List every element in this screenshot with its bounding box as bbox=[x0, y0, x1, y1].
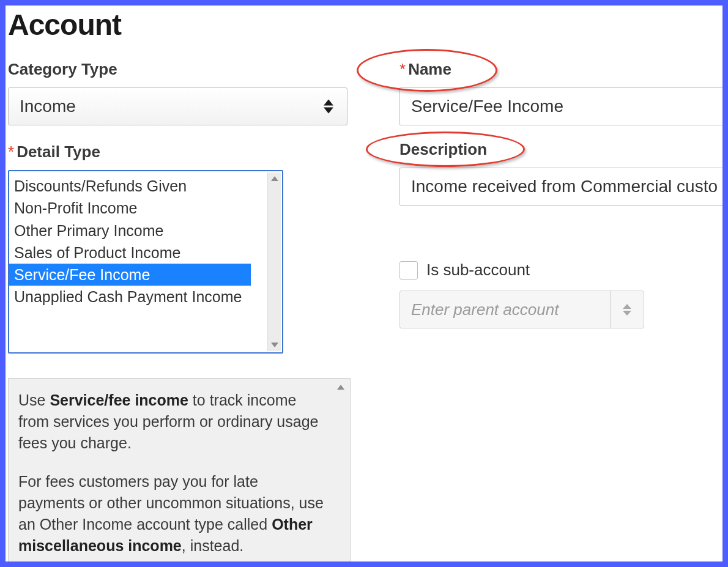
page-title: Account bbox=[8, 8, 722, 42]
parent-account-select[interactable]: Enter parent account bbox=[399, 291, 644, 328]
name-label: *Name bbox=[399, 60, 451, 79]
detail-type-label: *Detail Type bbox=[8, 143, 100, 161]
parent-account-placeholder: Enter parent account bbox=[400, 300, 559, 319]
is-subaccount-checkbox[interactable] bbox=[399, 261, 418, 280]
detail-type-option[interactable]: Non-Profit Income bbox=[9, 197, 266, 219]
dropdown-caret-icon bbox=[324, 100, 333, 114]
description-label: Description bbox=[399, 140, 487, 159]
scroll-up-icon bbox=[337, 385, 344, 390]
detail-type-option[interactable]: Discounts/Refunds Given bbox=[9, 175, 266, 197]
detail-type-help-panel: Use Service/fee income to track income f… bbox=[8, 378, 351, 567]
detail-type-option[interactable]: Other Primary Income bbox=[9, 220, 266, 242]
detail-type-option[interactable]: Service/Fee Income bbox=[9, 264, 251, 286]
scroll-up-icon bbox=[271, 176, 278, 181]
scroll-down-icon bbox=[271, 343, 278, 347]
category-type-label: Category Type bbox=[8, 60, 117, 79]
help-scrollbar[interactable] bbox=[334, 381, 347, 565]
is-subaccount-label: Is sub-account bbox=[426, 261, 530, 280]
category-type-select[interactable]: Income bbox=[8, 87, 347, 125]
detail-type-option[interactable]: Sales of Product Income bbox=[9, 242, 266, 264]
category-type-value: Income bbox=[20, 97, 76, 116]
name-input[interactable] bbox=[399, 87, 728, 125]
detail-type-listbox[interactable]: Discounts/Refunds GivenNon-Profit Income… bbox=[8, 170, 283, 354]
description-input[interactable] bbox=[399, 168, 728, 206]
required-star-icon: * bbox=[8, 143, 14, 161]
detail-type-option[interactable]: Unapplied Cash Payment Income bbox=[9, 286, 266, 308]
required-star-icon: * bbox=[399, 60, 406, 78]
listbox-scrollbar[interactable] bbox=[267, 172, 281, 351]
dropdown-caret-icon bbox=[610, 291, 644, 328]
